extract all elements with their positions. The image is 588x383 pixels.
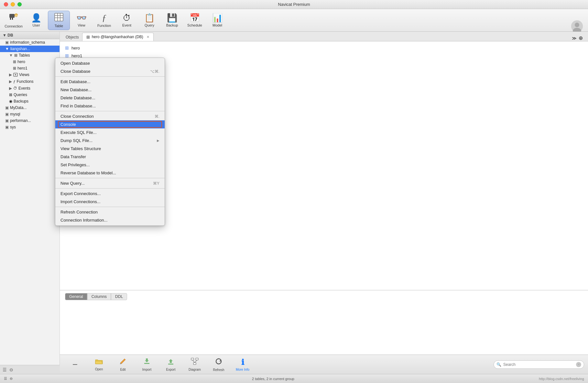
tab-nav-prev[interactable]: ≫	[572, 36, 577, 41]
toolbar-query[interactable]: 📋 Query	[138, 11, 160, 30]
menu-delete-database[interactable]: Delete Database...	[55, 94, 165, 102]
search-clear-button[interactable]: ✕	[576, 362, 581, 367]
toolbar-user-label: User	[32, 23, 40, 27]
import-button[interactable]: Import	[136, 356, 158, 373]
diagram-icon	[191, 358, 199, 367]
menu-import-connections[interactable]: Import Connections...	[55, 198, 165, 206]
menu-find-in-database[interactable]: Find in Database...	[55, 102, 165, 110]
sidebar-collapse-btn[interactable]: ☰	[3, 367, 7, 372]
maximize-window-button[interactable]	[17, 2, 22, 6]
sidebar-item-tables[interactable]: ▼ ⊞ Tables	[0, 52, 60, 59]
menu-delete-database-label: Delete Database...	[60, 95, 95, 100]
tab-bar: Objects ⊞ hero @liangshanhaohan (DB) ✕ ≫…	[60, 32, 588, 41]
backups-icon: ◉	[9, 99, 12, 104]
sidebar-item-hero[interactable]: ⊞ hero	[0, 59, 60, 65]
status-filter-icon[interactable]: ⊖	[10, 377, 13, 381]
tab-close-button[interactable]: ✕	[147, 35, 149, 39]
diagram-button[interactable]: Diagram	[183, 356, 206, 373]
edit-button[interactable]: Edit	[112, 356, 134, 373]
toolbar-schedule[interactable]: 📅 Schedule	[184, 11, 206, 30]
sidebar-hero1-label: hero1	[17, 66, 27, 71]
close-window-button[interactable]	[4, 2, 8, 6]
context-menu: Open Database Close Database ⌥⌘. Edit Da…	[55, 58, 165, 226]
tab-add-btn[interactable]: ⊕	[579, 35, 583, 41]
more-info-button[interactable]: ℹ More Info	[231, 356, 254, 373]
tab-hero-db[interactable]: ⊞ hero @liangshanhaohan (DB) ✕	[82, 33, 154, 41]
menu-open-database[interactable]: Open Database	[55, 59, 165, 67]
table-item-hero[interactable]: ⊞ hero	[60, 44, 588, 52]
sidebar-item-mysql[interactable]: ▣ mysql	[0, 111, 60, 117]
menu-refresh-connection-label: Refresh Connection	[60, 210, 98, 214]
menu-open-database-label: Open Database	[60, 61, 90, 66]
menu-reverse-database[interactable]: Reverse Database to Model...	[55, 169, 165, 177]
model-icon: 📊	[212, 14, 223, 22]
sidebar-item-queries[interactable]: ⊠ Queries	[0, 92, 60, 98]
search-input[interactable]	[503, 362, 574, 367]
menu-sep-2	[55, 111, 165, 111]
toolbar-view[interactable]: 👓 View	[71, 11, 93, 30]
toolbar-function[interactable]: ƒ Function	[93, 11, 115, 30]
remove-button[interactable]: −	[64, 356, 86, 373]
sidebar-item-mydata[interactable]: ▣ MyData...	[0, 104, 60, 111]
avatar	[571, 20, 583, 32]
menu-edit-database[interactable]: Edit Database...	[55, 78, 165, 86]
toolbar-backup[interactable]: 💾 Backup	[161, 11, 183, 30]
menu-new-query[interactable]: New Query... ⌘Y	[55, 179, 165, 187]
refresh-icon	[215, 357, 223, 367]
menu-new-database[interactable]: New Database...	[55, 86, 165, 94]
menu-close-connection-label: Close Connection	[60, 114, 94, 119]
menu-close-database[interactable]: Close Database ⌥⌘.	[55, 67, 165, 75]
sidebar-item-backups[interactable]: ◉ Backups	[0, 98, 60, 104]
menu-set-privileges[interactable]: Set Privileges...	[55, 161, 165, 169]
menu-close-connection[interactable]: Close Connection ⌘.	[55, 112, 165, 120]
toolbar-user[interactable]: 👤 User	[25, 11, 47, 30]
menu-sep-5	[55, 207, 165, 207]
svg-line-23	[195, 360, 197, 363]
hero1-table-icon: ⊞	[13, 66, 16, 71]
menu-execute-sql[interactable]: Execute SQL File...	[55, 128, 165, 137]
minimize-window-button[interactable]	[11, 2, 15, 6]
info-tab-ddl[interactable]: DDL	[111, 293, 127, 300]
tables-expand-icon: ▼	[9, 53, 13, 58]
menu-data-transfer[interactable]: Data Transfer	[55, 153, 165, 161]
sidebar-item-sys[interactable]: ▣ sys	[0, 124, 60, 130]
info-tab-general[interactable]: General	[65, 293, 87, 300]
open-button[interactable]: Open	[88, 356, 110, 373]
svg-marker-15	[145, 358, 149, 362]
toolbar-event[interactable]: ⏱ Event	[116, 11, 138, 30]
sidebar-collapse-icon[interactable]: ▼	[3, 33, 7, 38]
sidebar-item-liangshan[interactable]: ▼ liangshan...	[0, 46, 60, 52]
sidebar-item-information-schema[interactable]: ▣ information_schema	[0, 39, 60, 46]
app-title: Navicat Premium	[278, 2, 310, 7]
status-sidebar-icon[interactable]: ☰	[4, 377, 7, 381]
menu-refresh-connection[interactable]: Refresh Connection	[55, 208, 165, 216]
menu-view-tables-structure-label: View Tables Structure	[60, 146, 101, 151]
menu-connection-information[interactable]: Connection Information...	[55, 216, 165, 224]
menu-console[interactable]: Console	[55, 120, 165, 128]
refresh-button[interactable]: Refresh	[207, 356, 230, 373]
tab-objects[interactable]: Objects	[62, 33, 82, 41]
toolbar-connection[interactable]: DB Connection	[3, 11, 25, 30]
info-tab-columns[interactable]: Columns	[87, 293, 111, 300]
import-icon	[143, 358, 150, 367]
sidebar-item-events[interactable]: ▶ ⏱ Events	[0, 85, 60, 92]
main-layout: ▼ DB ▣ information_schema ▼ liangshan...…	[0, 32, 588, 374]
menu-dump-sql[interactable]: Dump SQL File... ▶	[55, 137, 165, 145]
sidebar-item-performance[interactable]: ▣ performan...	[0, 117, 60, 124]
sidebar-item-hero1[interactable]: ⊞ hero1	[0, 65, 60, 71]
sidebar: ▼ DB ▣ information_schema ▼ liangshan...…	[0, 32, 60, 374]
menu-data-transfer-label: Data Transfer	[60, 154, 86, 159]
toolbar-table[interactable]: Table	[48, 11, 70, 30]
search-box[interactable]: 🔍 ✕	[494, 360, 584, 369]
export-button[interactable]: Export	[159, 356, 182, 373]
menu-view-tables-structure[interactable]: View Tables Structure	[55, 145, 165, 153]
sidebar-item-views[interactable]: ▶ Views	[0, 71, 60, 78]
menu-export-connections[interactable]: Export Connections...	[55, 190, 165, 198]
close-database-shortcut: ⌥⌘.	[150, 69, 159, 74]
toolbar-model[interactable]: 📊 Model	[206, 11, 228, 30]
sidebar-filter-btn[interactable]: ⊖	[9, 367, 13, 372]
sidebar-footer: ☰ ⊖	[0, 365, 60, 374]
event-icon: ⏱	[123, 14, 131, 22]
performance-icon: ▣	[5, 118, 9, 123]
sidebar-item-functions[interactable]: ▶ ƒ Functions	[0, 78, 60, 85]
